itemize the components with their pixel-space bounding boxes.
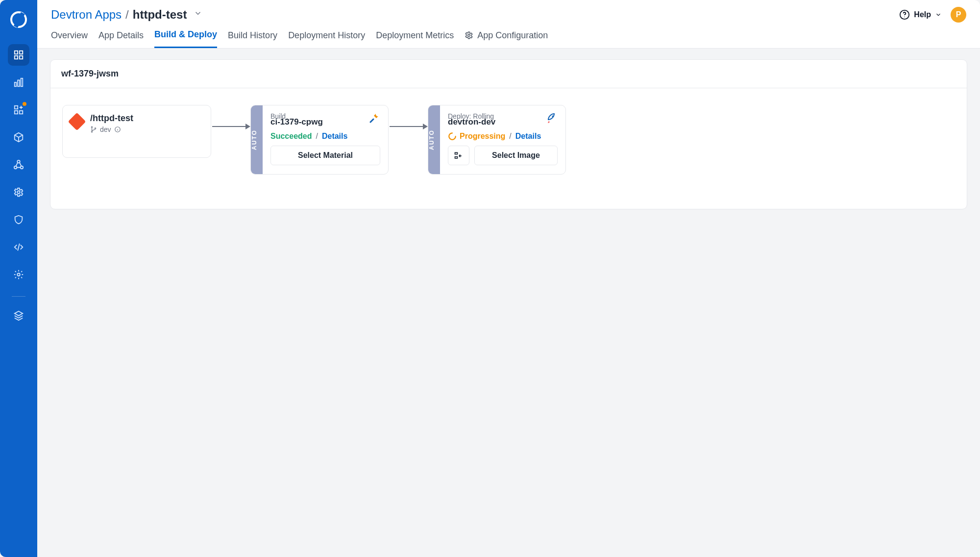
- gear2-icon: [13, 269, 24, 280]
- sidebar-item-apps[interactable]: [8, 44, 29, 66]
- source-branch-label: dev: [100, 126, 111, 133]
- deploy-stage[interactable]: AUTO Deploy: Rolling devtron-dev: [428, 105, 566, 175]
- tab-deployment-history[interactable]: Deployment History: [288, 30, 365, 48]
- svg-point-18: [905, 17, 905, 17]
- build-details-link[interactable]: Details: [322, 132, 347, 141]
- tab-build-history[interactable]: Build History: [228, 30, 277, 48]
- sidebar-separator: [12, 296, 25, 297]
- nodes-icon: [13, 159, 24, 170]
- chevron-down-icon: [194, 9, 202, 18]
- svg-point-20: [91, 127, 92, 127]
- avatar[interactable]: P: [951, 7, 966, 23]
- branch-icon: [90, 126, 97, 133]
- sidebar-item-add-app[interactable]: [8, 99, 29, 121]
- tab-app-configuration[interactable]: App Configuration: [465, 30, 548, 48]
- sidebar-item-stacks[interactable]: [8, 304, 29, 326]
- select-image-button[interactable]: Select Image: [474, 146, 558, 165]
- tab-overview[interactable]: Overview: [51, 30, 88, 48]
- workflow-name: wf-1379-jwsm: [50, 60, 967, 88]
- workflow-panel: wf-1379-jwsm /httpd-test: [50, 59, 967, 209]
- svg-rect-10: [15, 111, 18, 114]
- svg-rect-2: [15, 51, 18, 54]
- gear-icon: [13, 187, 24, 198]
- svg-point-28: [552, 115, 553, 117]
- workflow-canvas: wf-1379-jwsm /httpd-test: [37, 49, 980, 557]
- tabs: Overview App Details Build & Deploy Buil…: [37, 23, 980, 48]
- tab-deployment-metrics[interactable]: Deployment Metrics: [376, 30, 454, 48]
- sidebar-item-settings[interactable]: [8, 181, 29, 203]
- svg-point-15: [17, 191, 20, 194]
- svg-point-19: [468, 34, 470, 37]
- grid-plus-icon: [13, 104, 24, 115]
- breadcrumb-group-link[interactable]: Devtron Apps: [51, 8, 122, 22]
- sidebar-item-code[interactable]: [8, 236, 29, 258]
- source-title: /httpd-test: [90, 113, 133, 124]
- notification-dot-icon: [23, 102, 26, 106]
- workflow-body: /httpd-test dev: [50, 88, 967, 209]
- source-branch: dev: [90, 126, 133, 133]
- rollback-button[interactable]: [448, 146, 469, 165]
- gear-icon: [465, 31, 473, 40]
- spinner-icon: [448, 132, 457, 141]
- breadcrumb-separator: /: [125, 8, 129, 22]
- info-icon: [114, 126, 121, 133]
- tools-icon: [368, 112, 380, 124]
- help-menu[interactable]: Help: [899, 9, 942, 20]
- tab-build-deploy[interactable]: Build & Deploy: [154, 29, 217, 48]
- help-icon: [899, 9, 910, 20]
- svg-rect-7: [18, 80, 20, 86]
- svg-rect-5: [20, 56, 23, 59]
- git-icon: [68, 113, 86, 131]
- build-icon: [368, 112, 380, 126]
- cube-icon: [13, 132, 24, 143]
- arrow-icon: [211, 122, 250, 131]
- layers-icon: [13, 310, 24, 321]
- auto-badge: AUTO: [428, 105, 440, 174]
- app-root: Devtron Apps / httpd-test Help: [0, 0, 980, 557]
- svg-point-14: [21, 166, 23, 169]
- svg-marker-25: [245, 124, 250, 129]
- select-material-button[interactable]: Select Material: [270, 146, 380, 165]
- auto-badge: AUTO: [251, 105, 263, 174]
- chevron-down-icon: [935, 11, 942, 18]
- arrow-icon: [389, 122, 428, 131]
- build-stage[interactable]: AUTO Build ci-1379-cpwg: [250, 105, 389, 175]
- breadcrumb: Devtron Apps / httpd-test: [51, 8, 202, 22]
- svg-rect-8: [21, 78, 23, 87]
- tab-label: App Configuration: [477, 30, 548, 41]
- logo[interactable]: [8, 9, 29, 30]
- build-status: Succeeded: [270, 132, 312, 141]
- bar-chart-icon: [13, 77, 24, 88]
- svg-point-16: [17, 273, 20, 276]
- main: Devtron Apps / httpd-test Help: [37, 0, 980, 557]
- deploy-details-link[interactable]: Details: [515, 132, 541, 141]
- deploy-icon: [546, 112, 558, 126]
- code-icon: [13, 242, 24, 253]
- breadcrumb-dropdown[interactable]: [194, 7, 202, 21]
- tab-app-details[interactable]: App Details: [98, 30, 144, 48]
- svg-point-21: [91, 131, 92, 132]
- history-icon: [454, 151, 464, 160]
- sidebar-item-chart[interactable]: [8, 72, 29, 93]
- svg-rect-30: [455, 157, 458, 158]
- deploy-env-name: devtron-dev: [448, 117, 543, 127]
- svg-rect-11: [20, 111, 23, 114]
- grid-icon: [13, 50, 24, 60]
- help-label: Help: [914, 10, 931, 19]
- svg-point-13: [14, 166, 17, 169]
- build-name: ci-1379-cpwg: [270, 117, 366, 127]
- svg-rect-4: [15, 56, 18, 59]
- sidebar-item-security[interactable]: [8, 209, 29, 230]
- sidebar-item-cluster[interactable]: [8, 154, 29, 176]
- sidebar-item-global-config[interactable]: [8, 264, 29, 285]
- sidebar: [0, 0, 37, 557]
- svg-rect-6: [15, 82, 17, 86]
- devtron-logo-icon: [10, 11, 27, 28]
- svg-rect-29: [455, 152, 458, 154]
- deploy-status: Progressing: [448, 132, 505, 141]
- shield-icon: [13, 214, 24, 225]
- svg-rect-3: [20, 51, 23, 54]
- svg-point-22: [95, 128, 96, 129]
- sidebar-item-cube[interactable]: [8, 127, 29, 148]
- source-node[interactable]: /httpd-test dev: [62, 105, 211, 158]
